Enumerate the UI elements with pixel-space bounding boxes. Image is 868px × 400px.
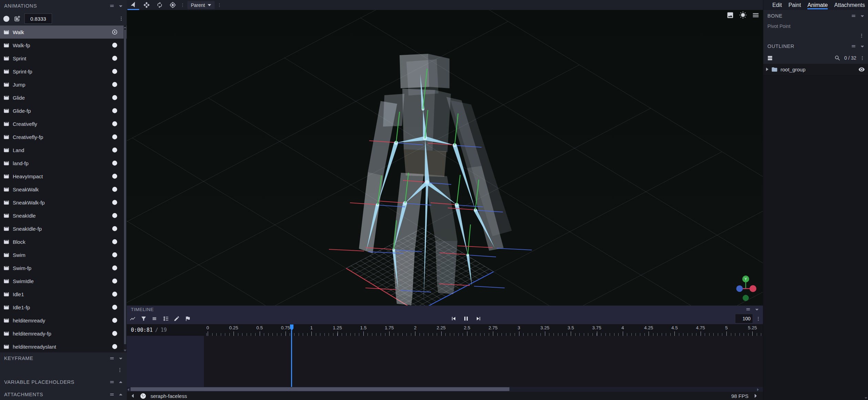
scroll-left-arrow-icon[interactable]	[127, 388, 129, 391]
tab-paint[interactable]: Paint	[788, 0, 801, 10]
animation-list-item[interactable]: Idle1-fp	[0, 301, 127, 314]
drag-handle-icon[interactable]	[109, 3, 115, 9]
chevron-left-icon[interactable]	[130, 393, 136, 399]
lighting-sun-icon[interactable]	[739, 11, 747, 19]
drag-handle-icon[interactable]	[109, 356, 115, 361]
chevron-down-icon[interactable]	[860, 13, 865, 19]
drag-handle-icon[interactable]	[851, 43, 856, 49]
scrollbar-thumb[interactable]	[131, 387, 509, 391]
chevron-down-icon[interactable]	[118, 3, 123, 9]
play-animation-button[interactable]	[112, 330, 118, 337]
notes-icon[interactable]	[152, 316, 158, 322]
edit-pencil-icon[interactable]	[174, 316, 180, 322]
animation-list-item[interactable]: Jump	[0, 78, 127, 91]
animation-list-item[interactable]: SwimIdle	[0, 274, 127, 288]
viewport-3d[interactable]: Y	[127, 10, 763, 306]
play-animation-button[interactable]	[112, 29, 118, 35]
play-animation-button[interactable]	[112, 94, 118, 101]
play-animation-button[interactable]	[112, 212, 118, 219]
animation-list-item[interactable]: Swim-fp	[0, 261, 127, 274]
keyframe-menu-kebab-icon[interactable]	[117, 367, 123, 373]
play-animation-button[interactable]	[112, 173, 118, 179]
play-animation-button[interactable]	[112, 226, 118, 232]
animation-list-item[interactable]: Land	[0, 143, 127, 157]
play-animation-button[interactable]	[112, 55, 118, 61]
animation-list-item[interactable]: helditemreadyslant	[0, 340, 127, 352]
bone-menu-kebab-icon[interactable]	[859, 33, 864, 38]
animation-list-item[interactable]: Idle1	[0, 288, 127, 301]
animation-list-item[interactable]: helditemready-fp	[0, 327, 127, 340]
timeline-body[interactable]	[127, 336, 763, 387]
animation-list-item[interactable]: SneakWalk-fp	[0, 196, 127, 209]
play-animation-button[interactable]	[112, 160, 118, 166]
outliner-view-toggle-icon[interactable]	[767, 55, 773, 61]
animation-list-item[interactable]: SneakIdle-fp	[0, 222, 127, 235]
add-animation-button[interactable]	[3, 15, 10, 22]
animation-list-item[interactable]: Glide	[0, 91, 127, 104]
sort-channels-icon[interactable]	[163, 316, 169, 322]
outliner-body[interactable]	[763, 75, 868, 400]
chevron-down-icon[interactable]	[860, 44, 865, 49]
screenshot-icon[interactable]	[726, 11, 734, 19]
animation-list-item[interactable]: Block	[0, 235, 127, 248]
timeline-horizontal-scrollbar[interactable]	[127, 387, 763, 392]
animation-list-item[interactable]: Sprint-fp	[0, 65, 127, 78]
animation-list-item[interactable]: SneakWalk	[0, 183, 127, 196]
play-animation-button[interactable]	[112, 278, 118, 284]
play-animation-button[interactable]	[112, 134, 118, 140]
animations-list-scrollbar[interactable]	[124, 26, 126, 352]
play-animation-button[interactable]	[112, 343, 118, 350]
tree-expand-arrow-icon[interactable]	[766, 68, 768, 71]
drag-handle-icon[interactable]	[851, 13, 856, 19]
pause-button[interactable]	[463, 315, 469, 322]
play-animation-button[interactable]	[112, 121, 118, 127]
animation-list-item[interactable]: Sprint	[0, 52, 127, 65]
play-animation-button[interactable]	[112, 239, 118, 245]
tab-edit[interactable]: Edit	[772, 0, 782, 10]
animation-list-item[interactable]: Walk	[0, 26, 127, 39]
rotate-tool-button[interactable]	[153, 0, 166, 10]
play-animation-button[interactable]	[112, 252, 118, 258]
tab-animate[interactable]: Animate	[807, 0, 828, 10]
animation-list-item[interactable]: Creativefly-fp	[0, 130, 127, 143]
pivot-tool-button[interactable]	[166, 0, 179, 10]
chevron-down-icon[interactable]	[118, 356, 123, 361]
group-name[interactable]: root_group	[781, 67, 806, 72]
play-animation-button[interactable]	[112, 265, 118, 271]
tab-attachments[interactable]: Attachments	[834, 0, 865, 10]
outliner-root-group-row[interactable]: root_group	[763, 64, 868, 75]
scroll-down-arrow-icon[interactable]	[865, 397, 867, 399]
play-animation-button[interactable]	[112, 68, 118, 74]
animation-list-item[interactable]: Swim	[0, 248, 127, 261]
drag-handle-icon[interactable]	[109, 392, 115, 397]
animation-speed-input[interactable]	[24, 13, 52, 24]
import-animation-file-button[interactable]	[14, 15, 21, 22]
animation-list-item[interactable]: Creativefly	[0, 117, 127, 130]
search-icon[interactable]	[834, 55, 841, 61]
drag-handle-icon[interactable]	[745, 307, 751, 312]
animation-list-item[interactable]: helditemready	[0, 314, 127, 327]
animation-list-item[interactable]: land-fp	[0, 157, 127, 170]
playhead-line[interactable]	[291, 330, 292, 387]
chevron-up-icon[interactable]	[118, 392, 123, 397]
chevron-down-icon[interactable]	[754, 307, 760, 312]
project-name[interactable]: seraph-faceless	[151, 393, 187, 399]
play-animation-button[interactable]	[112, 147, 118, 153]
animation-list-item[interactable]: SneakIdle	[0, 209, 127, 222]
animation-list-item[interactable]: Walk-fp	[0, 39, 127, 52]
chevron-right-icon[interactable]	[753, 393, 758, 399]
play-animation-button[interactable]	[112, 42, 118, 48]
timeline-menu-kebab-icon[interactable]	[756, 316, 761, 321]
animation-list-item[interactable]: HeavyImpact	[0, 170, 127, 183]
play-animation-button[interactable]	[112, 199, 118, 206]
drag-handle-icon[interactable]	[109, 379, 115, 385]
animations-menu-kebab-icon[interactable]	[118, 16, 124, 21]
filter-icon[interactable]	[141, 316, 147, 322]
outliner-menu-kebab-icon[interactable]	[860, 56, 865, 61]
play-animation-button[interactable]	[112, 186, 118, 192]
graph-editor-icon[interactable]	[130, 316, 136, 322]
chevron-up-icon[interactable]	[118, 380, 123, 385]
timeline-zoom-input[interactable]	[735, 314, 753, 323]
flag-marker-icon[interactable]	[185, 316, 191, 322]
rotation-space-dropdown[interactable]: Parent	[187, 1, 215, 9]
